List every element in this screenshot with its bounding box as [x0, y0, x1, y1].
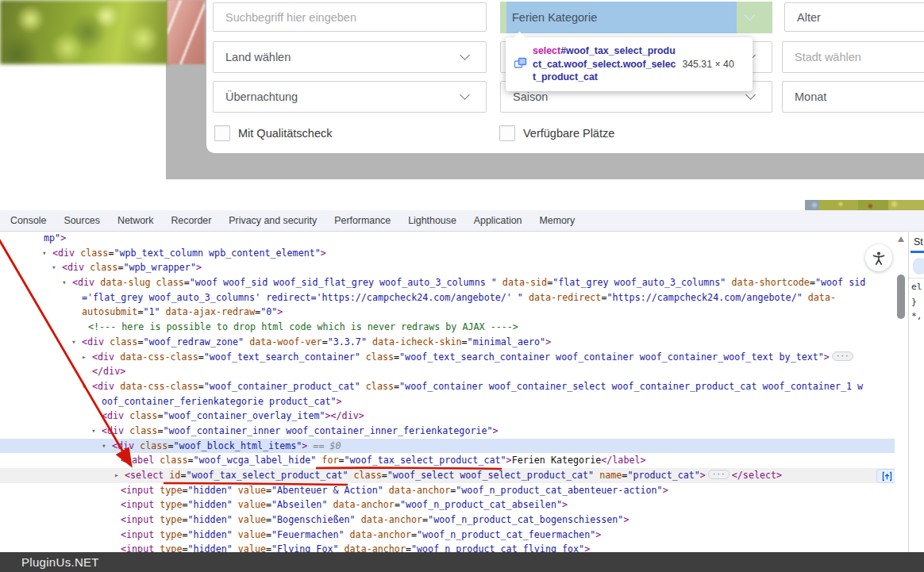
- monat-label: Monat: [795, 90, 826, 103]
- styles-sidebar: St el}*,: [908, 232, 924, 552]
- collapse-arrow-icon[interactable]: ▾: [71, 335, 76, 350]
- devtools-tab-privacy-and-security[interactable]: Privacy and security: [220, 210, 325, 232]
- code-line[interactable]: </div>: [0, 364, 895, 379]
- accessibility-overlay-button[interactable]: [865, 244, 892, 271]
- scrollbar-thumb[interactable]: [897, 274, 905, 319]
- styles-toolbar-fragment[interactable]: [913, 258, 924, 274]
- quality-checkbox-label: Mit Qualitätscheck: [238, 127, 332, 140]
- style-rule-fragment: }: [911, 295, 922, 310]
- devtools-tab-lighthouse[interactable]: Lighthouse: [399, 210, 465, 232]
- chevron-down-icon: [460, 90, 470, 100]
- styles-tab-active-indicator: [911, 251, 924, 253]
- code-line[interactable]: <input type="hidden" value="Abseilen" da…: [0, 497, 895, 512]
- code-line[interactable]: <label class="woof_wcga_label_hide" for=…: [0, 453, 895, 468]
- devtools-tab-bar: ConsoleSourcesNetworkRecorderPrivacy and…: [0, 210, 924, 232]
- page-photo-strip: [805, 200, 924, 210]
- elements-scrollbar[interactable]: [895, 232, 907, 552]
- code-line[interactable]: ▾<div class="wpb_text_column wpb_content…: [0, 246, 895, 261]
- header-photo: [0, 0, 169, 64]
- code-line[interactable]: ▾<div class="wpb_wrapper">: [0, 260, 895, 275]
- code-line[interactable]: <input type="hidden" value="Abenteuer & …: [0, 483, 895, 498]
- code-line[interactable]: ▾<div class="woof_redraw_zone" data-woof…: [0, 335, 895, 350]
- code-line[interactable]: <input type="hidden" value="Bogenschieße…: [0, 512, 895, 528]
- expand-inline-button[interactable]: ···: [708, 470, 730, 479]
- code-line[interactable]: mp">: [0, 231, 895, 246]
- land-select[interactable]: Land wählen: [213, 41, 487, 73]
- chevron-down-icon: [745, 90, 756, 100]
- code-line[interactable]: ▾<div data-css-class="woof_container_pro…: [0, 379, 895, 394]
- expand-inline-button[interactable]: ···: [832, 351, 853, 361]
- elements-tree: mp">▾<div class="wpb_text_column wpb_con…: [0, 231, 895, 552]
- alter-label: Alter: [797, 11, 821, 24]
- devtools-tab-application[interactable]: Application: [465, 210, 531, 232]
- styles-tab[interactable]: St: [914, 236, 923, 248]
- code-line[interactable]: oof_container_ferienkategorie product_ca…: [0, 394, 895, 409]
- saison-label: Saison: [513, 90, 548, 103]
- page-white-area: [0, 63, 166, 210]
- code-line[interactable]: ▾<div data-slug class="woof woof_sid woo…: [0, 275, 895, 290]
- tooltip-dimensions: 345.31 × 40: [682, 59, 733, 70]
- scroll-into-view-icon[interactable]: [876, 469, 895, 483]
- devtools-tab-memory[interactable]: Memory: [530, 210, 583, 232]
- code-line[interactable]: <div class="woof_container_overlay_item"…: [0, 409, 895, 424]
- inspect-tooltip: select#woof_tax_select_produ ct_cat.woof…: [506, 37, 753, 91]
- places-checkbox[interactable]: [499, 125, 515, 141]
- code-line[interactable]: ▸<div data-css-class="woof_text_search_c…: [0, 350, 895, 365]
- scrollbar-up-arrow-icon[interactable]: [898, 236, 904, 242]
- quality-checkbox[interactable]: [214, 125, 230, 141]
- tooltip-selector: select#woof_tax_select_produ ct_cat.woof…: [533, 44, 676, 83]
- collapse-arrow-icon[interactable]: ▾: [62, 275, 67, 290]
- code-line[interactable]: autosubmit="1" data-ajax-redraw="0">: [0, 305, 895, 320]
- expand-arrow-icon[interactable]: ▸: [114, 468, 119, 483]
- expand-arrow-icon[interactable]: ▸: [82, 350, 87, 365]
- code-line[interactable]: <input type="hidden" value="Flying Fox" …: [0, 542, 895, 552]
- stadt-select[interactable]: Stadt wählen: [782, 41, 924, 73]
- collapse-arrow-icon[interactable]: ▾: [42, 246, 47, 261]
- search-placeholder: Suchbegriff hier eingeben: [225, 11, 356, 24]
- devtools-tab-network[interactable]: Network: [109, 210, 162, 232]
- alter-select[interactable]: Alter: [784, 2, 924, 32]
- land-label: Land wählen: [225, 51, 291, 63]
- collapse-arrow-icon[interactable]: ▾: [82, 379, 87, 394]
- watermark-text: PluginUs.NET: [21, 555, 99, 569]
- style-rule-fragment: *,: [911, 309, 922, 324]
- ferien-kategorie-label: Ferien Kategorie: [512, 2, 597, 33]
- devtools-panel: ConsoleSourcesNetworkRecorderPrivacy and…: [0, 210, 924, 552]
- uebernachtung-label: Übernachtung: [225, 90, 298, 103]
- collapse-arrow-icon[interactable]: ▾: [91, 424, 96, 439]
- style-rule-fragment: el: [911, 280, 922, 295]
- dom-node-icon: [514, 56, 527, 73]
- search-input[interactable]: Suchbegriff hier eingeben: [213, 2, 487, 32]
- watermark-bar: PluginUs.NET: [0, 552, 924, 572]
- collapse-arrow-icon[interactable]: ▾: [52, 260, 56, 275]
- person-icon: [871, 250, 887, 266]
- code-line[interactable]: ▸<select id="woof_tax_select_product_cat…: [0, 468, 895, 483]
- screenshot-root: Suchbegriff hier eingeben Ferien Kategor…: [0, 0, 924, 572]
- stadt-placeholder: Stadt wählen: [795, 51, 861, 63]
- styles-rule-snippets: el}*,: [911, 280, 922, 324]
- chevron-down-icon: [460, 50, 470, 60]
- monat-select[interactable]: Monat: [782, 81, 924, 113]
- divider: [909, 278, 924, 278]
- devtools-tab-performance[interactable]: Performance: [325, 210, 399, 232]
- code-line[interactable]: ='flat_grey woof_auto_3_columns' redirec…: [0, 290, 895, 305]
- code-line[interactable]: <!--- here is possible to drop html code…: [0, 320, 895, 335]
- devtools-tab-console[interactable]: Console: [2, 210, 55, 232]
- chevron-down-icon: [745, 10, 755, 21]
- code-line[interactable]: <input type="hidden" value="Feuermachen"…: [0, 528, 895, 543]
- code-line[interactable]: ▾<div class="woof_block_html_items"> == …: [0, 439, 895, 454]
- code-line[interactable]: ▾<div class="woof_container_inner woof_c…: [0, 424, 895, 439]
- devtools-tab-sources[interactable]: Sources: [55, 210, 108, 232]
- collapse-arrow-icon[interactable]: ▾: [102, 439, 106, 454]
- header-photo-edge: [167, 0, 205, 64]
- devtools-tab-recorder[interactable]: Recorder: [162, 210, 220, 232]
- ferien-kategorie-select[interactable]: Ferien Kategorie: [500, 2, 772, 33]
- uebernachtung-select[interactable]: Übernachtung: [213, 81, 487, 113]
- places-checkbox-label: Verfügbare Plätze: [523, 127, 614, 140]
